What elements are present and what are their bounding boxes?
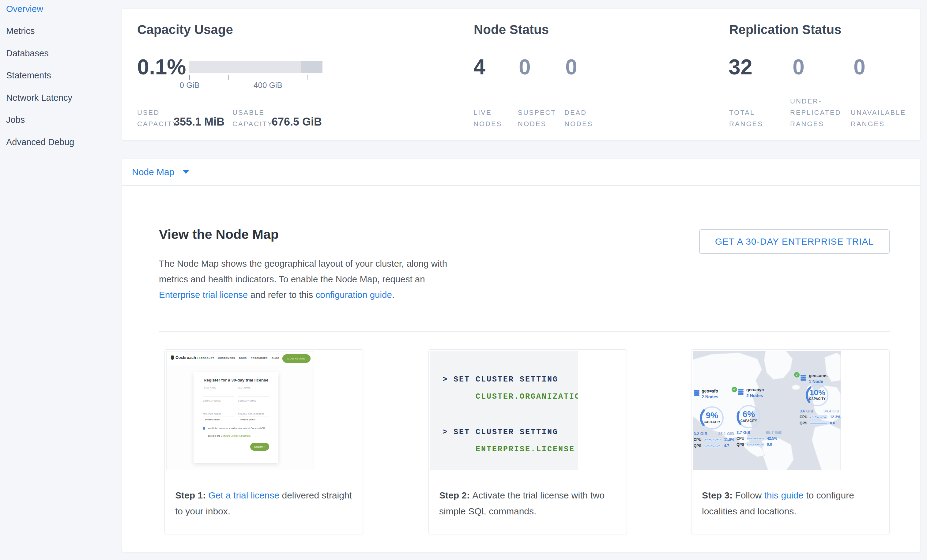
sql-line: > SET CLUSTER SETTING [442, 428, 558, 437]
description-text: . [392, 290, 394, 300]
chevron-down-icon [183, 170, 189, 174]
cockroach-bug-icon [171, 355, 174, 360]
nav-item: BLOG [272, 357, 279, 360]
get-trial-license-link[interactable]: Get a trial license [208, 490, 279, 500]
database-icon [800, 375, 806, 381]
email-updates-checkbox-row: I would like to receive email updates ab… [203, 427, 266, 429]
this-guide-link[interactable]: this guide [764, 490, 803, 500]
view-selector-dropdown[interactable]: Node Map [122, 159, 920, 186]
field-label: REASON FOR INTEREST [238, 413, 264, 415]
qps-sparkline [747, 443, 764, 446]
node-map-preview: geo=sfo 2 Nodes 9% CAPACITY 3.2 GiB 35.1… [693, 351, 840, 470]
dead-nodes-label: DEADNODES [564, 107, 593, 129]
license-agreement-checkbox-row: I agree to the Software License Agreemen… [203, 434, 251, 437]
field-label: LAST NAME [238, 387, 251, 389]
cpu-sparkline [704, 438, 722, 442]
capacity-usage-title: Capacity Usage [137, 22, 233, 37]
cpu-row: CPU 42.5% [737, 436, 777, 440]
cpu-sparkline [747, 437, 764, 440]
cpu-sparkline [810, 415, 827, 419]
database-icon [694, 390, 700, 396]
locality-nodes: 2 Nodes [746, 393, 763, 398]
page-title: View the Node Map [159, 227, 279, 242]
trial-license-form: Register for a 30-day trial license FIRS… [193, 372, 278, 463]
registration-nav: PRODUCT CUSTOMERS DOCS RESOURCES BLOG [201, 357, 279, 360]
nav-item: RESOURCES [251, 357, 267, 360]
sql-line: CLUSTER.ORGANIZATION = [476, 392, 578, 401]
sidebar-item-overview[interactable]: Overview [0, 0, 122, 20]
total-ranges-label: TOTALRANGES [729, 107, 763, 129]
cpu-row: CPU 11.0% [694, 437, 734, 442]
under-replicated-ranges-label: UNDER-REPLICATEDRANGES [790, 96, 841, 129]
sidebar-item-databases[interactable]: Databases [0, 42, 122, 65]
sql-commands-block: > SET CLUSTER SETTING CLUSTER.ORGANIZATI… [430, 351, 578, 470]
nav-item: PRODUCT [201, 357, 214, 360]
capacity-axis-tick [228, 75, 229, 80]
check-icon: ✓ [732, 387, 737, 392]
nav-item: DOCS [239, 357, 247, 360]
qps-row: QPS 4.7 [694, 444, 729, 448]
step-1-card: CockroachLABS PRODUCT CUSTOMERS DOCS RES… [164, 349, 363, 534]
sql-line: ENTERPRISE.LICENSE = [476, 445, 578, 454]
checkbox-checked-icon [203, 427, 205, 429]
field-label: FIRST NAME [203, 387, 216, 389]
sidebar-item-network-latency[interactable]: Network Latency [0, 87, 122, 109]
capacity-values: 3.7 GiB 65.7 GiB [737, 430, 782, 435]
section-divider [159, 331, 890, 332]
locality-name: geo=sfo [702, 389, 718, 393]
registration-screenshot: CockroachLABS PRODUCT CUSTOMERS DOCS RES… [166, 351, 314, 470]
capacity-gauge: 6% CAPACITY [736, 404, 761, 429]
dead-nodes-count: 0 [565, 56, 577, 78]
configuration-guide-link[interactable]: configuration guide [316, 290, 392, 300]
unavailable-ranges-count: 0 [854, 56, 865, 78]
step-2-card: > SET CLUSTER SETTING CLUSTER.ORGANIZATI… [429, 349, 627, 534]
db-console-overview-page: Overview Metrics Databases Statements Ne… [0, 0, 927, 560]
suspect-nodes-count: 0 [519, 56, 531, 78]
usable-capacity-label: USABLECAPACITY [233, 107, 273, 129]
capacity-gauge: 9% CAPACITY [699, 405, 725, 431]
step-2-caption: Step 2: Activate the trial license with … [439, 487, 623, 519]
download-button-illustration: DOWNLOAD [283, 354, 310, 363]
text-input-illustration [203, 403, 234, 410]
qps-row: QPS 0.0 [737, 442, 772, 447]
submit-button-illustration: SUBMIT [250, 443, 269, 451]
sidebar-item-advanced-debug[interactable]: Advanced Debug [0, 131, 122, 153]
sidebar-item-statements[interactable]: Statements [0, 65, 122, 87]
used-capacity-label: USEDCAPACITY [137, 107, 178, 129]
step-3-card: geo=sfo 2 Nodes 9% CAPACITY 3.2 GiB 35.1… [691, 349, 890, 534]
capacity-axis-tick [267, 75, 268, 80]
registration-header: CockroachLABS PRODUCT CUSTOMERS DOCS RES… [167, 352, 314, 366]
enterprise-trial-button[interactable]: GET A 30-DAY ENTERPRISE TRIAL [699, 229, 890, 254]
node-map-panel: Node Map View the Node Map The Node Map … [122, 159, 920, 552]
qps-sparkline [704, 444, 722, 448]
capacity-values: 3.2 GiB 35.1 GiB [694, 431, 734, 436]
locality-name: geo=nyc [746, 387, 764, 392]
capacity-bar-dark-segment [301, 61, 322, 73]
qps-sparkline [810, 421, 827, 425]
select-illustration: Please Select [238, 416, 269, 423]
capacity-axis-label-0: 0 GiB [168, 80, 211, 90]
locality-name: geo=ams [809, 373, 827, 378]
form-title: Register for a 30-day trial license [193, 378, 278, 382]
capacity-axis-tick [307, 75, 307, 80]
live-nodes-label: LIVENODES [473, 107, 502, 129]
capacity-used-percent: 0.1% [137, 56, 186, 78]
cpu-row: CPU 12.3% [799, 415, 840, 419]
view-selector-label: Node Map [132, 167, 174, 177]
field-label: COMPANY EMAIL [238, 400, 256, 402]
enterprise-trial-license-link[interactable]: Enterprise trial license [159, 290, 248, 300]
description-text: and refer to this [248, 290, 315, 300]
used-capacity-value: 355.1 MiB [174, 115, 225, 128]
sidebar-item-jobs[interactable]: Jobs [0, 109, 122, 131]
cockroach-labs-logo: CockroachLABS [171, 355, 205, 360]
text-input-illustration [238, 403, 269, 410]
field-label: PROJECT PHASE [203, 413, 222, 415]
under-replicated-ranges-count: 0 [793, 56, 804, 78]
capacity-axis-tick [189, 75, 190, 80]
step-3-caption: Step 3: Follow this guide to configure l… [702, 487, 886, 519]
capacity-gauge: 10% CAPACITY [805, 383, 830, 408]
sidebar-item-metrics[interactable]: Metrics [0, 20, 122, 42]
suspect-nodes-label: SUSPECTNODES [518, 107, 556, 129]
node-status-title: Node Status [474, 22, 549, 37]
usable-capacity-value: 676.5 GiB [272, 115, 322, 128]
